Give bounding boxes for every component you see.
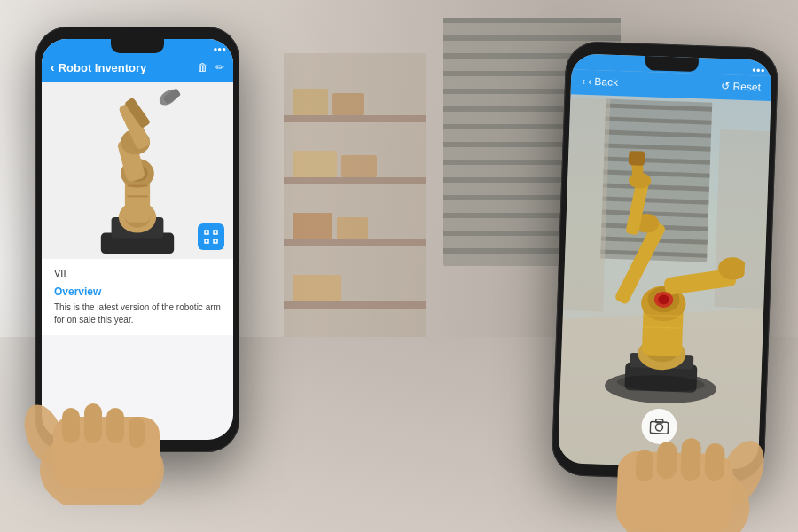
svg-rect-4 (443, 35, 621, 41)
svg-rect-21 (284, 301, 426, 309)
svg-rect-22 (293, 89, 328, 115)
ar-back-label: ‹ Back (588, 75, 618, 89)
svg-rect-53 (205, 239, 208, 243)
delete-icon[interactable]: 🗑 (198, 61, 208, 74)
overview-description: This is the latest version of the roboti… (54, 301, 221, 326)
ar-reset-button[interactable]: ↺ Reset (721, 80, 761, 94)
ar-view-button[interactable] (198, 223, 224, 250)
hand-right-svg (567, 342, 798, 532)
svg-rect-108 (656, 442, 677, 480)
svg-rect-25 (341, 155, 377, 177)
svg-rect-28 (293, 275, 341, 301)
svg-rect-19 (284, 177, 426, 184)
svg-rect-60 (106, 408, 124, 443)
hand-left-svg (0, 328, 213, 505)
svg-rect-51 (205, 231, 208, 234)
robot-display-area (42, 82, 233, 259)
svg-rect-52 (214, 231, 217, 234)
svg-rect-24 (293, 151, 337, 177)
svg-rect-58 (62, 408, 80, 443)
svg-rect-26 (293, 213, 332, 239)
header-action-icons: 🗑 ✏ (198, 61, 224, 74)
robot-version: VII (54, 268, 221, 278)
ar-reset-label: Reset (732, 81, 761, 94)
app-content: VII Overview This is the latest version … (42, 259, 233, 335)
ar-back-button[interactable]: ‹ ‹ Back (582, 75, 618, 89)
svg-rect-61 (129, 417, 145, 448)
svg-rect-23 (332, 93, 364, 115)
overview-label: Overview (54, 286, 221, 298)
phone-right: ●●● ‹ ‹ Back ↺ Reset (552, 41, 779, 482)
svg-rect-54 (214, 239, 217, 243)
svg-rect-107 (680, 438, 701, 481)
ar-back-chevron-icon: ‹ (582, 75, 585, 88)
header-left: ‹ Robot Inventory (51, 60, 146, 74)
svg-rect-106 (704, 443, 724, 481)
svg-rect-3 (443, 18, 621, 23)
phone-notch-right (645, 56, 700, 72)
svg-rect-27 (337, 217, 368, 239)
phone-left: ●●● ‹ Robot Inventory 🗑 ✏ (35, 27, 239, 452)
back-chevron-icon[interactable]: ‹ (51, 60, 55, 74)
app-header-left: ‹ Robot Inventory 🗑 ✏ (42, 55, 233, 82)
edit-icon[interactable]: ✏ (215, 61, 224, 74)
svg-rect-18 (284, 115, 426, 122)
svg-rect-109 (635, 450, 653, 482)
svg-rect-20 (284, 239, 426, 246)
phone-notch-left (111, 39, 164, 53)
screen-title: Robot Inventory (59, 61, 147, 74)
svg-rect-94 (629, 151, 645, 166)
svg-rect-59 (84, 403, 102, 443)
ar-reset-icon: ↺ (721, 80, 730, 92)
